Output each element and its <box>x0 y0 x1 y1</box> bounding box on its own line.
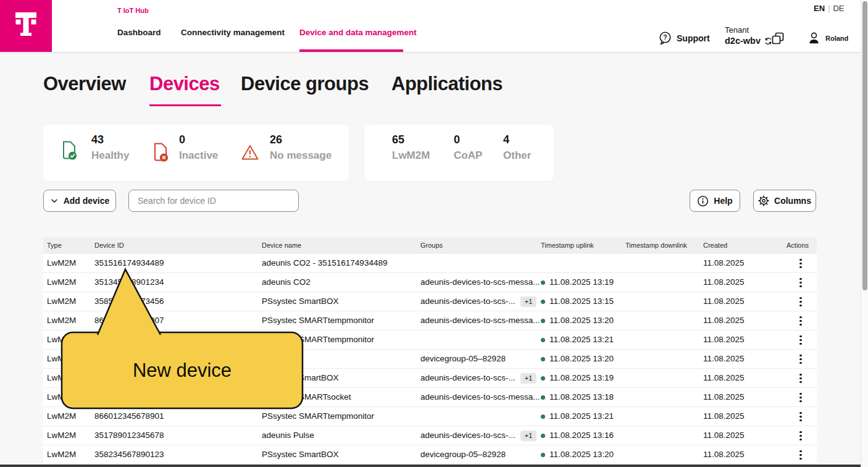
cell-timestamp-uplink: 11.08.2025 13:19 <box>541 369 614 387</box>
col-type[interactable]: Type <box>47 237 62 254</box>
kebab-dot-icon <box>799 324 802 326</box>
lwm2m-label: LwM2M <box>392 149 430 162</box>
lang-de[interactable]: DE <box>833 4 844 13</box>
cell-groups: devicegroup-05–82928 <box>420 445 506 464</box>
row-actions-button[interactable] <box>794 292 807 311</box>
coap-count: 0 <box>454 133 460 146</box>
cell-groups: devicegroup-05–82928 <box>420 350 506 368</box>
cell-groups: adeunis-devices-to-scs-...+1 <box>420 426 536 445</box>
group-name: adeunis-devices-to-scs-... <box>420 426 515 445</box>
language-switch[interactable]: EN|DE <box>814 4 845 13</box>
cell-timestamp-uplink: 11.08.2025 13:19 <box>541 273 614 292</box>
row-actions-button[interactable] <box>794 407 807 426</box>
kebab-dot-icon <box>799 454 802 456</box>
row-actions-button[interactable] <box>794 369 807 388</box>
kebab-dot-icon <box>799 397 802 399</box>
uplink-time: 11.08.2025 13:15 <box>549 292 614 311</box>
table-row[interactable]: LwM2M358234567890123PSsystec SmartBOXdev… <box>43 445 817 465</box>
uplink-status-dot <box>541 280 545 285</box>
kebab-dot-icon <box>799 377 802 380</box>
uplink-time: 11.08.2025 13:20 <box>549 311 614 330</box>
kebab-dot-icon <box>799 305 802 307</box>
uplink-status-dot <box>541 300 545 304</box>
kebab-dot-icon <box>799 362 802 364</box>
kebab-dot-icon <box>799 416 802 418</box>
callout-label: New device <box>62 332 303 408</box>
row-actions-button[interactable] <box>794 350 807 369</box>
col-device-name[interactable]: Device name <box>262 237 301 254</box>
tenant-label: Tenant <box>725 25 772 35</box>
tab-devices[interactable]: Devices <box>149 73 220 95</box>
chevron-down-icon <box>50 196 59 205</box>
uplink-status-dot <box>541 395 545 400</box>
group-name: devicegroup-05–82928 <box>420 445 506 464</box>
table-row[interactable]: LwM2M351789012345678adeunis Pulseadeunis… <box>43 426 817 445</box>
cell-created: 11.08.2025 <box>703 369 745 387</box>
scrollbar[interactable] <box>861 0 868 467</box>
nav-item-dashboard[interactable]: Dashboard <box>117 28 161 37</box>
no-message-count: 26 <box>270 133 282 146</box>
add-device-button[interactable]: Add device <box>43 190 116 212</box>
device-search-input[interactable] <box>128 190 299 212</box>
kebab-dot-icon <box>799 320 802 322</box>
kebab-dot-icon <box>799 282 802 284</box>
healthy-count: 43 <box>91 133 104 146</box>
support-label: Support <box>677 33 710 43</box>
cell-created: 11.08.2025 <box>703 330 745 349</box>
row-actions-button[interactable] <box>794 426 807 445</box>
uplink-status-dot <box>541 338 545 342</box>
cell-created: 11.08.2025 <box>703 426 745 445</box>
cell-created: 11.08.2025 <box>703 292 745 311</box>
tenant-block[interactable]: Tenant d2c-wbv <box>725 25 772 46</box>
copy-tenant-button[interactable] <box>770 31 785 46</box>
group-name: devicegroup-05–82928 <box>420 350 506 368</box>
columns-button[interactable]: Columns <box>753 190 816 212</box>
nav-item-connectivity-management[interactable]: Connectivity management <box>181 28 285 37</box>
cell-created: 11.08.2025 <box>703 445 745 464</box>
col-device-id[interactable]: Device ID <box>94 237 124 254</box>
support-button[interactable]: ? Support <box>658 31 710 45</box>
row-actions-button[interactable] <box>794 445 807 465</box>
group-name: adeunis-devices-to-scs-messa... <box>420 311 540 330</box>
other-label: Other <box>503 149 531 162</box>
row-actions-button[interactable] <box>794 254 807 273</box>
nav-item-device-and-data-management[interactable]: Device and data management <box>299 28 417 37</box>
help-button[interactable]: Help <box>690 190 740 212</box>
col-groups[interactable]: Groups <box>420 237 443 254</box>
table-header: Type Device ID Device name Groups Timest… <box>43 237 817 254</box>
kebab-dot-icon <box>799 278 802 280</box>
user-name: Roland <box>825 35 848 42</box>
lang-en[interactable]: EN <box>814 4 825 13</box>
row-actions-button[interactable] <box>794 388 807 407</box>
tab-overview[interactable]: Overview <box>43 73 126 95</box>
uplink-time: 11.08.2025 13:20 <box>549 350 614 368</box>
cell-type: LwM2M <box>47 445 76 464</box>
col-actions: Actions <box>787 237 809 254</box>
user-menu[interactable]: Roland <box>807 31 848 45</box>
group-name: adeunis-devices-to-scs-messa... <box>420 388 540 406</box>
uplink-status-dot <box>541 357 545 361</box>
tab-active-underline <box>149 104 221 106</box>
col-created[interactable]: Created <box>703 237 727 254</box>
col-timestamp-downlink[interactable]: Timestamp downlink <box>625 237 687 254</box>
tab-device-groups[interactable]: Device groups <box>241 73 369 95</box>
cell-timestamp-uplink: 11.08.2025 13:15 <box>541 292 614 311</box>
uplink-time: 11.08.2025 13:18 <box>549 388 614 406</box>
svg-text:?: ? <box>663 33 667 41</box>
kebab-dot-icon <box>799 412 802 414</box>
sim-inactive-icon <box>152 142 169 162</box>
cell-timestamp-uplink: 11.08.2025 13:20 <box>541 445 614 464</box>
telekom-logo[interactable] <box>0 0 52 52</box>
brand-title: T IoT Hub <box>117 7 149 14</box>
kebab-dot-icon <box>799 381 802 384</box>
question-bubble-icon: ? <box>658 31 672 45</box>
row-actions-button[interactable] <box>794 311 807 330</box>
row-actions-button[interactable] <box>794 330 807 350</box>
other-count: 4 <box>503 133 509 146</box>
bottom-edge <box>0 465 868 467</box>
kebab-dot-icon <box>799 297 802 300</box>
row-actions-button[interactable] <box>794 273 807 292</box>
tab-applications[interactable]: Applications <box>391 73 503 95</box>
col-timestamp-uplink[interactable]: Timestamp uplink <box>541 237 594 254</box>
scrollbar-thumb[interactable] <box>862 1 867 290</box>
